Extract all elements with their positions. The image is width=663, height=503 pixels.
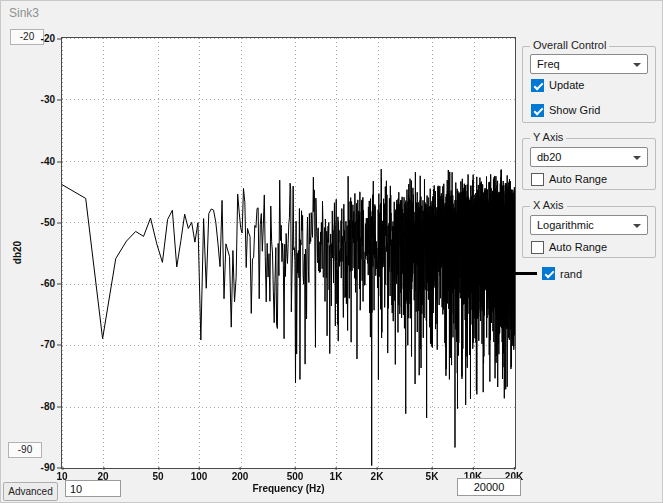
y-tick-label: -60 [41,278,55,289]
spectrum-canvas [62,38,515,468]
y-auto-range-checkbox-label: Auto Range [549,173,607,185]
group-x-axis: X Axis Logarithmic Auto Range [522,206,656,258]
update-checkbox-label: Update [549,79,584,91]
y-axis-mode-dropdown[interactable]: db20 [530,147,648,167]
group-caption-y-axis: Y Axis [530,131,566,143]
y-axis-ticks: -20-30-40-50-60-70-80-90 [15,37,57,469]
checkbox-icon [531,173,544,186]
overall-control-dropdown[interactable]: Freq [530,54,648,74]
series-line-swatch [515,272,537,275]
plot-area[interactable] [61,37,516,469]
show-grid-checkbox[interactable]: Show Grid [531,103,600,117]
group-caption-overall-control: Overall Control [530,39,609,51]
group-y-axis: Y Axis db20 Auto Range [522,138,656,190]
sink3-window: Sink3 -20 -90 db20 -20-30-40-50-60-70-80… [0,0,663,503]
x-tick-label: 500 [287,471,304,482]
x-tick-label: 2K [371,471,384,482]
chevron-down-icon [633,224,641,228]
x-tick-label: 100 [191,471,208,482]
x-axis-title: Frequency (Hz) [61,483,516,494]
x-tick-label: 200 [232,471,249,482]
y-tick-label: -90 [41,462,55,473]
x-axis-scale-dropdown[interactable]: Logarithmic [530,215,648,235]
show-grid-checkbox-label: Show Grid [549,104,600,116]
legend-series-label: rand [560,268,582,280]
x-tick-label: 1K [330,471,343,482]
checkbox-icon [531,79,544,92]
x-tick-label: 50 [152,471,163,482]
y-tick-label: -30 [41,94,55,105]
overall-control-dropdown-value: Freq [537,58,560,70]
checkbox-icon [531,241,544,254]
checkbox-icon[interactable] [542,267,555,280]
x-tick-label: 5K [426,471,439,482]
x-axis-scale-dropdown-value: Logarithmic [537,219,594,231]
y-tick-label: -40 [41,156,55,167]
chevron-down-icon [633,63,641,67]
y-tick-label: -80 [41,401,55,412]
y-tick-label: -70 [41,339,55,350]
checkbox-icon [531,104,544,117]
group-caption-x-axis: X Axis [530,199,567,211]
y-tick-label: -20 [41,33,55,44]
x-auto-range-checkbox-label: Auto Range [549,241,607,253]
chevron-down-icon [633,156,641,160]
y-tick-label: -50 [41,217,55,228]
window-title: Sink3 [9,6,39,20]
y-axis-mode-dropdown-value: db20 [537,151,561,163]
legend: rand [515,266,582,281]
update-checkbox[interactable]: Update [531,78,584,92]
y-auto-range-checkbox[interactable]: Auto Range [531,172,607,186]
group-overall-control: Overall Control Freq Update Show Grid [522,46,656,123]
advanced-button[interactable]: Advanced [3,482,58,501]
x-axis-ticks: 1020501002005001K2K5K10K20K [61,471,516,481]
x-auto-range-checkbox[interactable]: Auto Range [531,240,607,254]
x-min-input[interactable] [65,480,121,497]
x-max-input[interactable] [457,478,521,496]
